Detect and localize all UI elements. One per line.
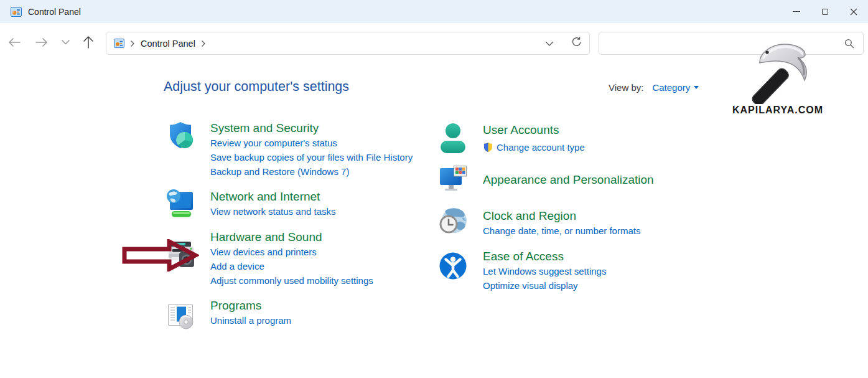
link-optimize-visual-display[interactable]: Optimize visual display: [483, 278, 606, 293]
breadcrumb-control-panel[interactable]: Control Panel: [141, 39, 195, 49]
hammer-icon: [745, 35, 818, 104]
refresh-icon: [571, 37, 582, 47]
link-change-date-time-formats[interactable]: Change date, time, or number formats: [483, 224, 640, 238]
category-title-ease-of-access[interactable]: Ease of Access: [483, 248, 606, 264]
category-title-hardware-and-sound[interactable]: Hardware and Sound: [210, 229, 373, 245]
close-icon: [850, 8, 857, 16]
category-title-programs[interactable]: Programs: [210, 298, 291, 313]
annotation-arrow: [122, 239, 199, 272]
maximize-button[interactable]: [811, 0, 839, 23]
category-network-and-internet: Network and Internet View network status…: [166, 189, 336, 219]
maximize-icon: [822, 9, 828, 15]
window-controls: [782, 0, 868, 23]
recent-locations-button[interactable]: [60, 39, 70, 46]
up-arrow-icon: [83, 35, 94, 49]
link-backup-restore[interactable]: Backup and Restore (Windows 7): [210, 164, 413, 179]
search-box[interactable]: [599, 32, 864, 55]
link-change-account-type[interactable]: Change account type: [497, 140, 585, 154]
close-button[interactable]: [839, 0, 868, 23]
link-view-devices-printers[interactable]: View devices and printers: [210, 245, 373, 259]
forward-arrow-icon: [35, 37, 49, 47]
page-title: Adjust your computer's settings: [164, 79, 349, 95]
link-let-windows-suggest-settings[interactable]: Let Windows suggest settings: [483, 264, 606, 278]
user-accounts-icon[interactable]: [438, 122, 468, 156]
link-view-network-status[interactable]: View network status and tasks: [210, 204, 336, 219]
category-system-and-security: System and Security Review your computer…: [166, 120, 413, 179]
search-icon[interactable]: [844, 39, 854, 51]
ease-of-access-icon[interactable]: [438, 251, 468, 281]
forward-button[interactable]: [35, 35, 49, 49]
category-clock-and-region: Clock and Region Change date, time, or n…: [438, 207, 640, 238]
breadcrumb-chevron-icon[interactable]: [131, 40, 134, 47]
minimize-button[interactable]: [782, 0, 811, 23]
appearance-personalization-icon[interactable]: [438, 164, 468, 194]
view-by-label: View by:: [609, 82, 643, 93]
category-title-network-and-internet[interactable]: Network and Internet: [210, 189, 336, 204]
view-by-caret-icon[interactable]: [694, 86, 699, 89]
minimize-icon: [793, 11, 800, 12]
back-button[interactable]: [7, 35, 21, 49]
breadcrumb-chevron-icon[interactable]: [202, 40, 205, 47]
link-review-computer-status[interactable]: Review your computer's status: [210, 136, 413, 150]
category-ease-of-access: Ease of Access Let Windows suggest setti…: [438, 248, 606, 293]
view-by-value[interactable]: Category: [652, 82, 690, 93]
titlebar: Control Panel: [0, 0, 868, 23]
control-panel-icon: [114, 38, 124, 49]
link-file-history[interactable]: Save backup copies of your files with Fi…: [210, 150, 413, 164]
control-panel-icon: [11, 6, 22, 17]
up-button[interactable]: [82, 35, 95, 49]
network-internet-icon[interactable]: [166, 189, 195, 219]
back-arrow-icon: [7, 37, 21, 47]
link-uninstall-a-program[interactable]: Uninstall a program: [210, 313, 291, 328]
chevron-down-icon: [62, 40, 70, 45]
system-security-shield-icon[interactable]: [166, 120, 195, 150]
category-title-user-accounts[interactable]: User Accounts: [483, 122, 585, 138]
view-by-control: View by: Category: [609, 82, 699, 93]
window-title: Control Panel: [28, 7, 81, 17]
category-programs: Programs Uninstall a program: [166, 298, 291, 331]
category-appearance-and-personalization: Appearance and Personalization: [438, 164, 654, 194]
address-dropdown-button[interactable]: [545, 38, 554, 49]
chevron-down-icon: [545, 41, 554, 47]
refresh-button[interactable]: [571, 37, 582, 50]
category-title-appearance-and-personalization[interactable]: Appearance and Personalization: [483, 172, 654, 187]
link-add-a-device[interactable]: Add a device: [210, 259, 373, 273]
link-adjust-mobility-settings[interactable]: Adjust commonly used mobility settings: [210, 273, 373, 288]
uac-shield-icon: [483, 142, 493, 153]
category-user-accounts: User Accounts Change account type: [438, 122, 585, 156]
clock-region-icon[interactable]: [438, 207, 468, 237]
category-title-clock-and-region[interactable]: Clock and Region: [483, 208, 640, 224]
watermark-text: KAPILARYA.COM: [732, 105, 823, 116]
programs-icon[interactable]: [166, 301, 195, 331]
address-bar[interactable]: Control Panel: [106, 32, 590, 55]
category-title-system-and-security[interactable]: System and Security: [210, 120, 413, 136]
